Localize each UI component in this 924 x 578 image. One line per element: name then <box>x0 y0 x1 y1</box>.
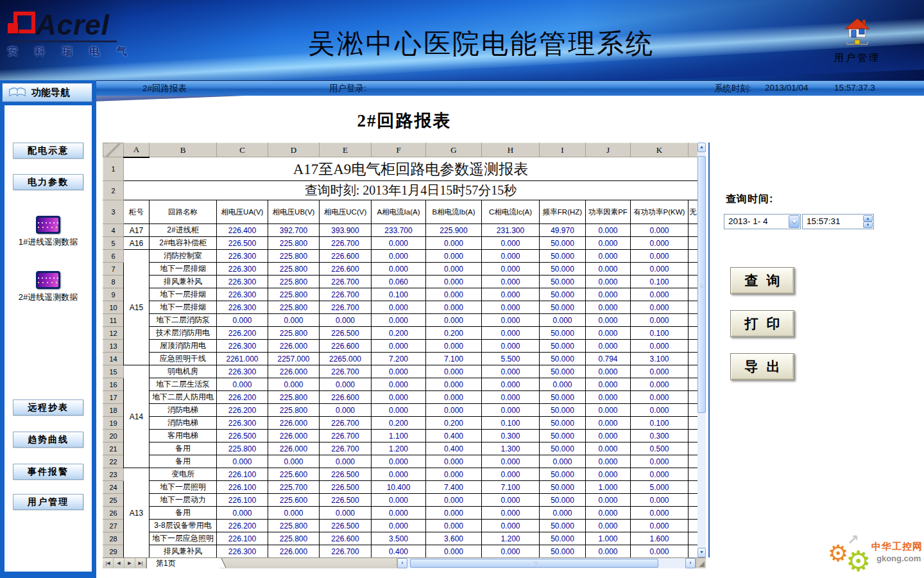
value-cell[interactable]: 0.000 <box>631 263 689 276</box>
value-cell[interactable]: 0.000 <box>631 455 689 468</box>
row-header[interactable]: 5 <box>103 237 124 250</box>
column-header-F[interactable]: F <box>372 143 426 157</box>
sidebar-button-power-distribution[interactable]: 配电示意 <box>13 143 83 159</box>
partial-cell[interactable] <box>689 404 698 417</box>
value-cell[interactable]: 225.800 <box>268 327 320 340</box>
column-header-C[interactable]: C <box>217 143 268 157</box>
value-cell[interactable]: 3.100 <box>631 353 689 365</box>
column-header-I[interactable]: I <box>540 143 586 157</box>
row-header[interactable]: 2 <box>103 181 124 200</box>
value-cell[interactable]: 0.000 <box>372 404 426 417</box>
value-cell[interactable]: 0.000 <box>426 507 482 520</box>
value-cell[interactable]: 226.500 <box>320 468 372 481</box>
value-cell[interactable]: 0.000 <box>586 327 631 340</box>
partial-cell[interactable] <box>689 442 698 455</box>
value-cell[interactable]: 226.500 <box>320 327 372 340</box>
value-cell[interactable]: 225.800 <box>268 520 320 532</box>
value-cell[interactable]: 2261.000 <box>217 353 268 365</box>
column-header-K[interactable]: K <box>631 143 689 157</box>
value-cell[interactable]: 0.000 <box>426 404 482 417</box>
value-cell[interactable]: 0.100 <box>482 417 540 430</box>
value-cell[interactable]: 0.000 <box>482 365 540 378</box>
value-cell[interactable]: 226.100 <box>217 481 268 494</box>
circuit-name-cell[interactable]: 排风兼补风 <box>150 545 217 558</box>
value-cell[interactable]: 0.000 <box>426 263 482 276</box>
value-cell[interactable]: 0.000 <box>482 545 540 558</box>
value-cell[interactable]: 0.000 <box>540 378 586 391</box>
user-management-shortcut[interactable]: 用户管理 <box>828 17 887 64</box>
row-header[interactable]: 7 <box>103 263 124 276</box>
value-cell[interactable]: 226.100 <box>217 494 268 507</box>
circuit-name-cell[interactable]: 地下一层排烟 <box>150 301 217 314</box>
value-cell[interactable]: 0.000 <box>482 288 540 301</box>
value-cell[interactable]: 0.000 <box>631 404 689 417</box>
value-cell[interactable]: 226.700 <box>320 545 372 558</box>
time-spinner[interactable]: 15:57:31 ▲ ▼ <box>802 214 874 229</box>
value-cell[interactable]: 226.700 <box>320 237 372 250</box>
header-cell[interactable]: 相电压UC(V) <box>320 200 372 224</box>
value-cell[interactable]: 0.000 <box>426 520 482 532</box>
partial-cell[interactable] <box>689 288 698 301</box>
value-cell[interactable]: 0.000 <box>631 494 689 507</box>
circuit-name-cell[interactable]: 备用 <box>150 455 217 468</box>
value-cell[interactable]: 5.000 <box>631 481 689 494</box>
partial-cell[interactable] <box>689 481 698 494</box>
value-cell[interactable]: 226.000 <box>268 545 320 558</box>
value-cell[interactable]: 0.794 <box>586 353 631 365</box>
row-header[interactable]: 20 <box>103 430 124 442</box>
value-cell[interactable]: 1.100 <box>372 430 426 442</box>
value-cell[interactable]: 50.000 <box>540 250 586 263</box>
partial-cell[interactable] <box>689 520 698 532</box>
value-cell[interactable]: 226.300 <box>217 545 268 558</box>
sidebar-button-event-alarm[interactable]: 事件报警 <box>13 464 83 480</box>
value-cell[interactable]: 0.000 <box>586 288 631 301</box>
value-cell[interactable]: 0.000 <box>426 250 482 263</box>
value-cell[interactable]: 0.000 <box>482 263 540 276</box>
value-cell[interactable]: 0.000 <box>631 250 689 263</box>
value-cell[interactable]: 0.000 <box>631 237 689 250</box>
value-cell[interactable]: 226.200 <box>217 327 268 340</box>
spinner-up-icon[interactable]: ▲ <box>863 215 873 222</box>
circuit-name-cell[interactable]: 3-8层设备带用电 <box>150 520 217 532</box>
value-cell[interactable]: 0.000 <box>372 455 426 468</box>
partial-cell[interactable] <box>689 507 698 520</box>
value-cell[interactable]: 0.000 <box>482 250 540 263</box>
column-header-D[interactable]: D <box>268 143 320 157</box>
value-cell[interactable]: 0.000 <box>372 340 426 353</box>
value-cell[interactable]: 0.000 <box>426 314 482 327</box>
value-cell[interactable]: 0.000 <box>482 468 540 481</box>
value-cell[interactable]: 0.000 <box>372 237 426 250</box>
value-cell[interactable]: 50.000 <box>540 237 586 250</box>
partial-cell[interactable] <box>689 455 698 468</box>
circuit-name-cell[interactable]: 地下一层动力 <box>150 494 217 507</box>
value-cell[interactable]: 0.000 <box>217 378 268 391</box>
sheet-nav-last-button[interactable]: ▶| <box>135 558 146 568</box>
value-cell[interactable]: 0.000 <box>372 468 426 481</box>
value-cell[interactable]: 226.500 <box>217 430 268 442</box>
monitor-item-2-label[interactable]: 2#进线遥测数据 <box>4 292 92 303</box>
value-cell[interactable]: 0.200 <box>426 417 482 430</box>
query-button[interactable]: 查询 <box>730 267 794 294</box>
cabinet-cell[interactable]: A14 <box>124 365 150 468</box>
value-cell[interactable]: 226.300 <box>217 288 268 301</box>
value-cell[interactable]: 0.000 <box>586 250 631 263</box>
value-cell[interactable]: 50.000 <box>540 520 586 532</box>
value-cell[interactable]: 226.700 <box>320 288 372 301</box>
value-cell[interactable]: 0.000 <box>268 314 320 327</box>
value-cell[interactable]: 226.700 <box>320 301 372 314</box>
circuit-name-cell[interactable]: 地下二层生活泵 <box>150 378 217 391</box>
value-cell[interactable]: 226.600 <box>320 391 372 404</box>
value-cell[interactable]: 50.000 <box>540 494 586 507</box>
partial-cell[interactable] <box>689 545 698 558</box>
partial-cell[interactable] <box>689 532 698 545</box>
row-header[interactable]: 21 <box>103 442 124 455</box>
value-cell[interactable]: 50.000 <box>540 263 586 276</box>
row-header[interactable]: 11 <box>103 314 124 327</box>
value-cell[interactable]: 1.000 <box>586 532 631 545</box>
value-cell[interactable]: 0.000 <box>372 301 426 314</box>
value-cell[interactable]: 0.000 <box>482 494 540 507</box>
value-cell[interactable]: 0.000 <box>426 340 482 353</box>
value-cell[interactable]: 0.000 <box>586 468 631 481</box>
value-cell[interactable]: 50.000 <box>540 353 586 365</box>
value-cell[interactable]: 226.300 <box>217 276 268 288</box>
